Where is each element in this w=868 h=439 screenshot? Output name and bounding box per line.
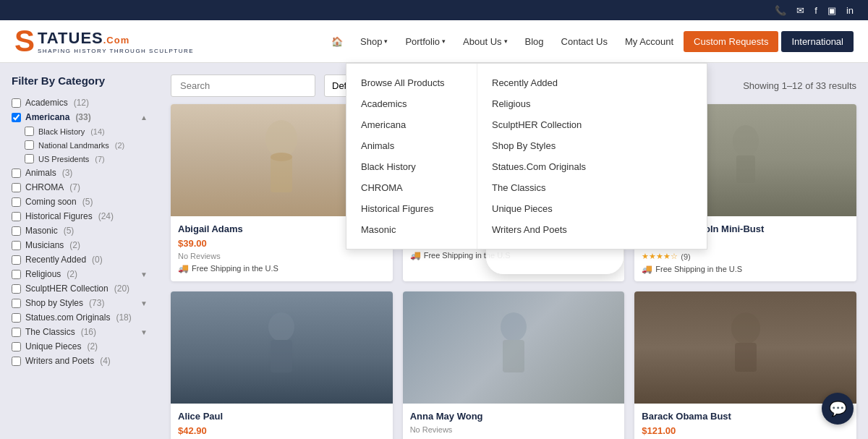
nav-blog[interactable]: Blog — [518, 32, 551, 51]
filter-black-history[interactable]: Black History (14) — [25, 124, 148, 138]
filter-sculpther[interactable]: SculptHER Collection (20) — [12, 281, 148, 296]
international-button[interactable]: International — [781, 31, 854, 52]
filter-religious-checkbox[interactable] — [12, 270, 21, 279]
shop-styles-expand-icon[interactable]: ▼ — [140, 299, 148, 307]
nav-portfolio[interactable]: Portfolio ▾ — [398, 32, 453, 51]
product-reviews-abigail: No Reviews — [178, 252, 386, 260]
filter-unique-pieces-checkbox[interactable] — [12, 342, 21, 351]
americana-collapse-icon[interactable]: ▲ — [140, 114, 148, 122]
logo[interactable]: S TATUES.Com Shaping History Through Scu… — [14, 26, 194, 56]
product-anna-may-wong[interactable]: Anna May Wong No Reviews — [403, 291, 625, 439]
product-obama[interactable]: Barack Obama Bust $121.00 — [634, 291, 856, 439]
dropdown-sculpther[interactable]: SculptHER Collection — [477, 114, 607, 135]
custom-requests-button[interactable]: Custom Requests — [684, 31, 778, 52]
chat-button[interactable]: 💬 — [822, 393, 854, 425]
filter-americana-checkbox[interactable] — [12, 113, 21, 122]
logo-text: TATUES.Com Shaping History Through Sculp… — [38, 29, 194, 54]
logo-sub-text: Shaping History Through Sculpture — [38, 48, 194, 54]
filter-academics-checkbox[interactable] — [12, 98, 21, 108]
linkedin-icon[interactable]: in — [846, 5, 854, 16]
dropdown-americana[interactable]: Americana — [346, 114, 477, 135]
truck-icon-2: 🚚 — [410, 250, 421, 260]
filter-national-landmarks-checkbox[interactable] — [25, 140, 34, 150]
filter-statues-originals[interactable]: Statues.com Originals (18) — [12, 310, 148, 325]
top-bar: 📞 ✉ f ▣ in — [0, 0, 868, 20]
nav-shop[interactable]: Shop ▾ — [353, 32, 395, 51]
religious-expand-icon[interactable]: ▼ — [140, 270, 148, 278]
svg-rect-6 — [736, 155, 755, 183]
filter-historical-figures[interactable]: Historical Figures (24) — [12, 209, 148, 223]
nav-home[interactable]: 🏠 — [324, 32, 350, 51]
dropdown-classics[interactable]: The Classics — [477, 177, 607, 198]
nav-account[interactable]: My Account — [618, 32, 681, 51]
filter-shop-styles-checkbox[interactable] — [12, 299, 21, 308]
filter-the-classics[interactable]: The Classics (16) ▼ — [12, 325, 148, 339]
dropdown-historical-figures[interactable]: Historical Figures — [346, 198, 477, 219]
filter-coming-soon-checkbox[interactable] — [12, 197, 21, 207]
product-reviews-anna: No Reviews — [410, 425, 618, 434]
filter-academics[interactable]: Academics (12) — [12, 95, 148, 110]
svg-rect-1 — [271, 156, 292, 192]
filter-historical-figures-checkbox[interactable] — [12, 212, 21, 221]
instagram-icon[interactable]: ▣ — [827, 5, 836, 16]
dropdown-recently-added[interactable]: Recently Added — [477, 72, 607, 93]
filter-national-landmarks[interactable]: National Landmarks (2) — [25, 138, 148, 152]
filter-us-presidents-checkbox[interactable] — [25, 154, 34, 163]
dropdown-shop-styles[interactable]: Shop By Styles — [477, 135, 607, 156]
filter-recently-added[interactable]: Recently Added (0) — [12, 252, 148, 267]
svg-rect-12 — [735, 343, 757, 372]
logo-s-letter: S — [14, 26, 35, 56]
stars-lincoln-mini: ★★★★☆ — [642, 252, 678, 261]
dropdown-academics[interactable]: Academics — [346, 93, 477, 114]
nav-contact[interactable]: Contact Us — [554, 32, 615, 51]
filter-unique-pieces[interactable]: Unique Pieces (2) — [12, 339, 148, 354]
filter-the-classics-checkbox[interactable] — [12, 328, 21, 337]
filter-religious[interactable]: Religious (2) ▼ — [12, 267, 148, 281]
sidebar: Filter By Category Academics (12) Americ… — [0, 63, 159, 439]
dropdown-chroma[interactable]: CHROMA — [346, 177, 477, 198]
filter-chroma[interactable]: CHROMA (7) — [12, 180, 148, 195]
filter-americana[interactable]: Americana (33) ▲ — [12, 110, 148, 124]
filter-writers-poets-checkbox[interactable] — [12, 357, 21, 366]
results-count: Showing 1–12 of 33 results — [743, 80, 856, 91]
filter-masonic-checkbox[interactable] — [12, 226, 21, 236]
filter-statues-originals-checkbox[interactable] — [12, 313, 21, 323]
about-chevron: ▾ — [504, 38, 508, 45]
dropdown-browse-all[interactable]: Browse All Products — [346, 72, 477, 93]
product-alice-paul[interactable]: Alice Paul $42.90 — [171, 291, 393, 439]
dropdown-statues-originals[interactable]: Statues.Com Originals — [477, 156, 607, 177]
svg-point-9 — [501, 312, 527, 341]
filter-coming-soon[interactable]: Coming soon (5) — [12, 195, 148, 209]
dropdown-animals[interactable]: Animals — [346, 135, 477, 156]
filter-recently-added-checkbox[interactable] — [12, 255, 21, 265]
filter-us-presidents[interactable]: US Presidents (7) — [25, 152, 148, 166]
header: S TATUES.Com Shaping History Through Scu… — [0, 20, 868, 63]
dropdown-masonic[interactable]: Masonic — [346, 219, 477, 240]
filter-black-history-checkbox[interactable] — [25, 127, 34, 136]
filter-animals-checkbox[interactable] — [12, 169, 21, 178]
filter-musicians[interactable]: Musicians (2) — [12, 238, 148, 252]
search-input[interactable] — [171, 74, 315, 97]
filter-shop-styles[interactable]: Shop by Styles (73) ▼ — [12, 296, 148, 310]
dropdown-writers-poets[interactable]: Writers And Poets — [477, 219, 607, 240]
dropdown-unique[interactable]: Unique Pieces — [477, 198, 607, 219]
email-icon[interactable]: ✉ — [796, 5, 804, 16]
dropdown-black-history[interactable]: Black History — [346, 156, 477, 177]
product-reviews-lincoln-mini: ★★★★☆ (9) — [642, 252, 849, 261]
filter-masonic[interactable]: Masonic (5) — [12, 223, 148, 238]
filter-sculpther-checkbox[interactable] — [12, 284, 21, 294]
filter-title: Filter By Category — [12, 74, 148, 87]
filter-chroma-checkbox[interactable] — [12, 183, 21, 192]
product-shipping-abigail: 🚚 Free Shipping in the U.S — [178, 263, 386, 273]
product-price-obama: $121.00 — [642, 425, 849, 436]
filter-animals[interactable]: Animals (3) — [12, 166, 148, 180]
facebook-icon[interactable]: f — [814, 5, 817, 16]
classics-expand-icon[interactable]: ▼ — [140, 328, 148, 336]
dropdown-religious[interactable]: Religious — [477, 93, 607, 114]
truck-icon: 🚚 — [178, 263, 189, 273]
filter-writers-poets[interactable]: Writers and Poets (4) — [12, 354, 148, 368]
product-name-anna: Anna May Wong — [410, 411, 618, 422]
filter-musicians-checkbox[interactable] — [12, 241, 21, 250]
nav-about[interactable]: About Us ▾ — [456, 32, 514, 51]
phone-icon[interactable]: 📞 — [775, 5, 786, 16]
